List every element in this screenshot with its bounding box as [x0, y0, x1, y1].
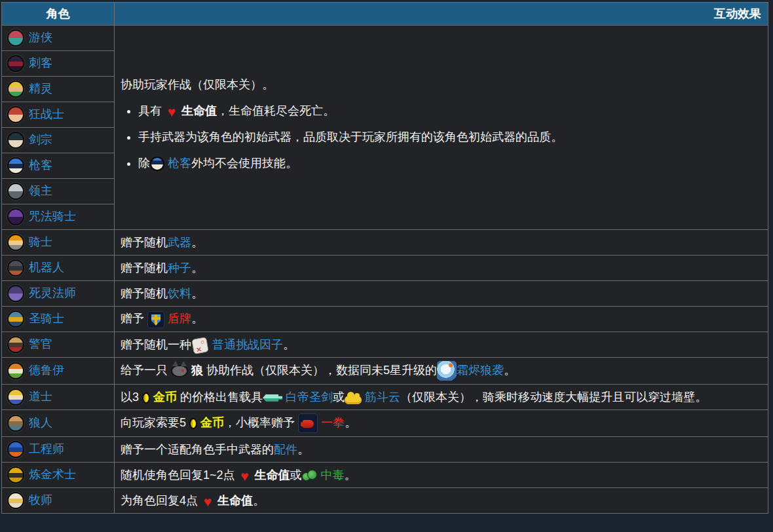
- effect-text: （仅限本关），骑乘时移动速度大幅提升且可以穿过墙壁。: [400, 390, 707, 404]
- ranger-avatar-icon: [7, 29, 24, 47]
- row-ranger: 游侠协助玩家作战（仅限本关）。具有 生命值，生命值耗尽会死亡。手持武器为该角色的…: [2, 26, 768, 51]
- character-link-druid[interactable]: 德鲁伊: [29, 364, 64, 377]
- fist-icon: [298, 413, 318, 433]
- effect-intro: 协助玩家作战（仅限本关）。: [121, 76, 762, 93]
- effect-link[interactable]: 金币: [153, 390, 177, 404]
- knight-avatar-icon: [7, 234, 24, 251]
- character-link-priest[interactable]: 牧师: [29, 493, 52, 506]
- character-link-officer[interactable]: 警官: [29, 337, 52, 351]
- character-link-elf[interactable]: 精灵: [29, 82, 52, 95]
- effect-link[interactable]: 武器: [168, 236, 191, 249]
- effect-bullet-list: 具有 生命值，生命值耗尽会死亡。手持武器为该角色的初始武器，品质取决于玩家所拥有…: [121, 102, 762, 172]
- character-cell-officer: 警官: [2, 332, 115, 358]
- character-link-berserker[interactable]: 狂战士: [29, 107, 64, 121]
- effect-link[interactable]: 饮料: [168, 287, 191, 300]
- character-cell-ranger: 游侠: [2, 26, 115, 51]
- table-header-row: 角色 互动效果: [2, 3, 768, 26]
- effect-cell-knight: 赠予随机武器。: [115, 230, 768, 256]
- assassin-avatar-icon: [7, 55, 24, 72]
- coin-icon: [142, 392, 150, 404]
- heart-icon: [201, 494, 214, 508]
- effect-text: 给予一只: [121, 364, 171, 377]
- effect-text: 或: [333, 390, 345, 404]
- effect-cell-druid: 给予一只 狼 协助作战（仅限本关），数据同未5星升级的霜烬狼袭。: [115, 358, 768, 385]
- effect-text: 生命值: [181, 104, 217, 117]
- character-cell-curse-knight: 咒法骑士: [2, 204, 115, 230]
- effect-cell-necromancer: 赠予随机饮料。: [115, 281, 768, 307]
- column-header-character: 角色: [2, 3, 115, 26]
- effect-text: 以3: [121, 390, 142, 404]
- curse-knight-avatar-icon: [7, 208, 24, 225]
- effect-text: 向玩家索要5: [121, 416, 189, 429]
- bullet-item: 具有 生命值，生命值耗尽会死亡。: [138, 102, 762, 119]
- effect-text: 。: [345, 468, 356, 482]
- effect-text: 。: [345, 416, 356, 429]
- character-cell-gunner: 枪客: [2, 153, 115, 179]
- effect-cell-werewolf: 向玩家索要5 金币，小概率赠予 一拳。: [115, 410, 768, 437]
- character-cell-sword-master: 剑宗: [2, 128, 115, 153]
- character-link-werewolf[interactable]: 狼人: [29, 416, 52, 429]
- werewolf-avatar-icon: [7, 415, 24, 432]
- character-link-necromancer[interactable]: 死灵法师: [29, 286, 76, 299]
- shield-icon: [147, 311, 164, 328]
- effect-text: 具有: [138, 104, 165, 117]
- character-link-ranger[interactable]: 游侠: [29, 31, 52, 44]
- berserker-avatar-icon: [7, 106, 24, 123]
- character-link-taoist[interactable]: 道士: [29, 390, 52, 403]
- effect-cell-ranger: 协助玩家作战（仅限本关）。具有 生命值，生命值耗尽会死亡。手持武器为该角色的初始…: [115, 26, 768, 230]
- alchemist-avatar-icon: [7, 466, 24, 484]
- character-link-paladin[interactable]: 圣骑士: [29, 312, 64, 325]
- effect-text: 赠予随机: [121, 236, 168, 249]
- row-taoist: 道士以3 金币 的价格出售载具 白帝圣剑或 筋斗云（仅限本关），骑乘时移动速度大…: [2, 385, 768, 410]
- effect-link[interactable]: 枪客: [168, 157, 191, 170]
- officer-avatar-icon: [7, 336, 24, 353]
- effect-text: 生命值: [255, 468, 290, 482]
- effect-text: 手持武器为该角色的初始武器，品质取决于玩家所拥有的该角色初始武器的品质。: [138, 130, 563, 143]
- gunner-avatar-icon: [7, 157, 24, 174]
- effect-link[interactable]: 一拳: [321, 416, 345, 429]
- heart-icon: [165, 104, 178, 119]
- character-link-curse-knight[interactable]: 咒法骑士: [29, 210, 76, 223]
- taoist-avatar-icon: [7, 389, 24, 406]
- effect-text: 外均不会使用技能。: [191, 157, 297, 170]
- effect-text: 随机使角色回复1~2点: [121, 468, 238, 482]
- row-druid: 德鲁伊给予一只 狼 协助作战（仅限本关），数据同未5星升级的霜烬狼袭。: [2, 358, 768, 385]
- wolf-icon: [171, 365, 188, 377]
- row-engineer: 工程师赠予一个适配角色手中武器的配件。: [2, 437, 768, 463]
- effect-link[interactable]: 霜烬狼袭: [457, 364, 504, 377]
- effect-text: 。: [191, 287, 203, 300]
- character-link-assassin[interactable]: 刺客: [29, 56, 52, 69]
- effect-link[interactable]: 中毒: [321, 468, 345, 482]
- effect-link[interactable]: 普通挑战因子: [212, 338, 283, 351]
- character-cell-necromancer: 死灵法师: [2, 281, 115, 307]
- character-cell-paladin: 圣骑士: [2, 307, 115, 332]
- effect-link[interactable]: 盾牌: [168, 312, 191, 325]
- effect-cell-robot: 赠予随机种子。: [115, 256, 768, 281]
- effect-link[interactable]: 种子: [168, 261, 191, 275]
- effect-link[interactable]: 筋斗云: [365, 390, 400, 404]
- character-cell-engineer: 工程师: [2, 437, 115, 463]
- character-link-gunner[interactable]: 枪客: [29, 159, 52, 172]
- character-cell-elf: 精灵: [2, 77, 115, 102]
- character-link-knight[interactable]: 骑士: [29, 235, 52, 248]
- character-cell-priest: 牧师: [2, 488, 115, 514]
- bullet-item: 除 枪客外均不会使用技能。: [138, 155, 762, 172]
- effect-text: 。: [191, 312, 203, 325]
- character-cell-werewolf: 狼人: [2, 410, 115, 437]
- effect-text: 。: [504, 364, 516, 377]
- character-link-lord[interactable]: 领主: [29, 184, 52, 197]
- robot-avatar-icon: [7, 259, 24, 276]
- character-link-engineer[interactable]: 工程师: [29, 442, 64, 455]
- heart-icon: [238, 468, 252, 483]
- character-link-alchemist[interactable]: 炼金术士: [29, 468, 76, 481]
- character-link-sword-master[interactable]: 剑宗: [29, 133, 52, 146]
- elf-avatar-icon: [7, 81, 24, 98]
- effect-text: 生命值: [217, 494, 253, 507]
- effect-link[interactable]: 白帝圣剑: [286, 390, 333, 404]
- character-cell-taoist: 道士: [2, 385, 115, 410]
- effect-link[interactable]: 金币: [200, 416, 224, 429]
- effect-link[interactable]: 配件: [274, 443, 297, 456]
- effect-text: 赠予随机一种: [121, 338, 191, 351]
- effect-text: 。: [297, 443, 309, 456]
- character-link-robot[interactable]: 机器人: [29, 261, 64, 274]
